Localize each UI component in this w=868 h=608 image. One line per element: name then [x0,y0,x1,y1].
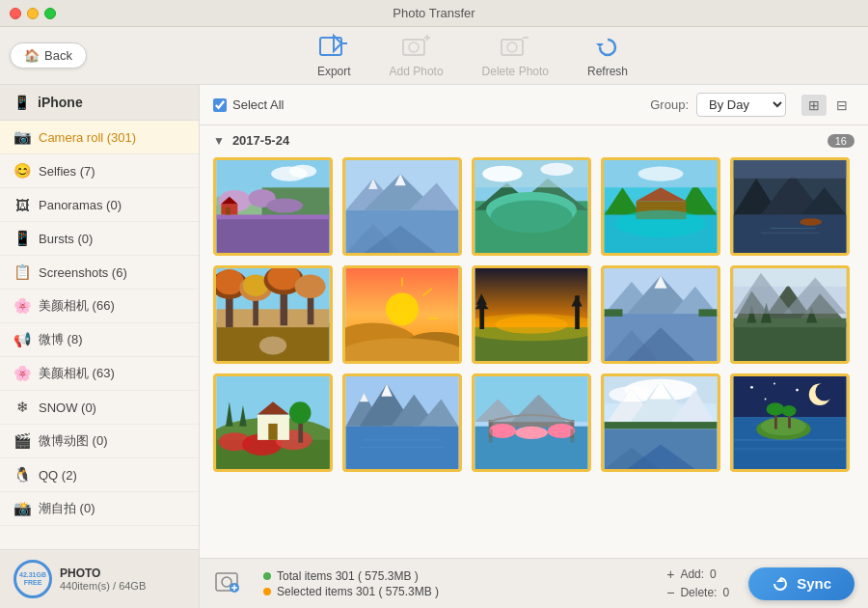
svg-point-167 [815,383,833,401]
svg-rect-150 [570,429,574,443]
add-photo-label: Add Photo [390,65,444,78]
sidebar-item-selfies[interactable]: 😊Selfies (7) [0,154,199,188]
sidebar-footer: 42.31GB FREE PHOTO 440item(s) / 64GB [0,549,199,608]
svg-point-75 [259,337,286,355]
sidebar-item-label: Screenshots (6) [39,265,127,280]
svg-point-51 [637,167,683,181]
photo-thumb[interactable] [213,373,333,472]
sidebar-item-screenshots[interactable]: 📋Screenshots (6) [0,256,199,290]
export-icon [318,34,349,61]
photo-thumb[interactable] [472,265,591,364]
add-photo-icon [401,34,432,61]
svg-point-80 [386,292,419,325]
photo-thumb[interactable] [730,157,850,256]
sidebar-item-icon: 📷 [14,128,31,146]
photo-thumb[interactable] [472,157,591,256]
refresh-button[interactable]: Refresh [587,34,628,78]
sidebar-item-label: 微博 (8) [39,331,83,348]
total-items-line: Total items 301 ( 575.3MB ) [263,569,439,583]
storage-type: PHOTO [60,567,146,580]
photo-area: ▼ 2017-5-24 16 [200,125,868,558]
photo-row-1 [213,157,854,256]
sync-icon [772,575,789,593]
content-area: Select All Group: By Day By Month By Yea… [200,85,868,608]
svg-point-42 [540,163,573,176]
delete-photo-button[interactable]: Delete Photo [482,34,549,78]
svg-rect-107 [734,322,847,361]
sidebar-item-label: Bursts (0) [39,232,93,246]
svg-rect-56 [734,214,847,253]
svg-rect-149 [489,429,493,443]
sidebar-item-weibo[interactable]: 📢微博 (8) [0,323,199,357]
add-value: 0 [710,567,717,581]
svg-point-174 [761,417,806,435]
export-label: Export [317,65,351,78]
export-button[interactable]: Export [317,34,351,78]
sidebar-item-meipai2[interactable]: 🌸美颜相机 (63) [0,357,199,391]
photo-thumb[interactable] [342,265,462,364]
photo-thumb[interactable] [342,373,462,472]
app-title: Photo Transfer [393,6,475,20]
sidebar-item-snow[interactable]: ❄SNOW (0) [0,391,199,425]
delete-photo-label: Delete Photo [482,65,549,78]
sidebar-header: 📱 iPhone [0,85,199,121]
sidebar-item-icon: 📱 [14,230,31,247]
svg-point-178 [782,405,797,416]
sidebar-item-qq[interactable]: 🐧QQ (2) [0,458,199,492]
storage-gb: 42.31GB [19,571,46,579]
svg-rect-101 [605,309,623,317]
add-label: Add: [680,567,704,581]
sidebar-item-meipai1[interactable]: 🌸美颜相机 (66) [0,290,199,323]
photo-thumb[interactable] [730,265,850,364]
toolbar-actions: Export Add Photo Delete Pho [87,34,858,78]
photo-thumb[interactable] [601,265,720,364]
refresh-label: Refresh [587,65,628,78]
sidebar-item-label: 美颜相机 (66) [39,297,115,315]
list-view-button[interactable]: ⊟ [829,95,854,116]
sidebar-item-icon: 🌸 [14,297,31,315]
sidebar-item-weibo-gif[interactable]: 🎬微博动图 (0) [0,425,199,458]
group-select[interactable]: By Day By Month By Year [696,93,786,117]
selected-items-line: Selected items 301 ( 575.3MB ) [263,585,439,598]
iphone-icon: 📱 [14,95,30,110]
grid-view-button[interactable]: ⊞ [801,95,827,116]
sidebar-item-label: Selfies (7) [39,164,95,179]
photo-thumb[interactable] [730,373,850,472]
select-all-area: Select All [213,97,284,112]
sidebar-item-camera-roll[interactable]: 📷Camera roll (301) [0,121,199,154]
date-group: ▼ 2017-5-24 16 [213,133,854,472]
select-all-checkbox[interactable] [213,98,227,112]
back-label: Back [44,48,72,63]
photo-thumb[interactable] [342,157,462,256]
svg-point-8 [507,42,517,52]
photo-thumb[interactable] [601,373,720,472]
sidebar-list: 📷Camera roll (301)😊Selfies (7)🖼Panoramas… [0,121,199,549]
svg-point-74 [295,275,326,298]
svg-rect-112 [734,268,847,287]
close-button[interactable] [10,8,21,19]
add-photo-button[interactable]: Add Photo [390,34,444,78]
svg-rect-12 [217,214,330,253]
photo-thumb[interactable] [601,157,720,256]
sidebar-item-panoramas[interactable]: 🖼Panoramas (0) [0,188,199,222]
svg-point-182 [222,577,231,587]
sidebar-item-icon: 🎬 [14,432,31,450]
svg-rect-102 [699,309,718,317]
svg-point-24 [289,165,316,178]
sidebar-header-label: iPhone [38,95,83,110]
back-button[interactable]: 🏠 Back [10,42,87,69]
minimize-button[interactable] [27,8,39,19]
total-items-label: Total items 301 ( 575.3MB ) [277,569,419,583]
sidebar-item-zoushizipai[interactable]: 📸潮自拍 (0) [0,492,199,526]
sidebar-item-icon: 🌸 [14,365,31,382]
photo-thumb[interactable] [213,265,333,364]
sidebar: 📱 iPhone 📷Camera roll (301)😊Selfies (7)🖼… [0,85,200,608]
photo-thumb[interactable] [213,157,333,256]
sidebar-item-icon: 😊 [14,162,31,180]
photo-thumb[interactable] [472,373,591,472]
sidebar-item-bursts[interactable]: 📱Bursts (0) [0,222,199,256]
svg-rect-123 [268,424,277,440]
add-delete-col: + Add: 0 − Delete: 0 [666,567,729,600]
maximize-button[interactable] [44,8,56,19]
sync-button[interactable]: Sync [748,567,854,600]
